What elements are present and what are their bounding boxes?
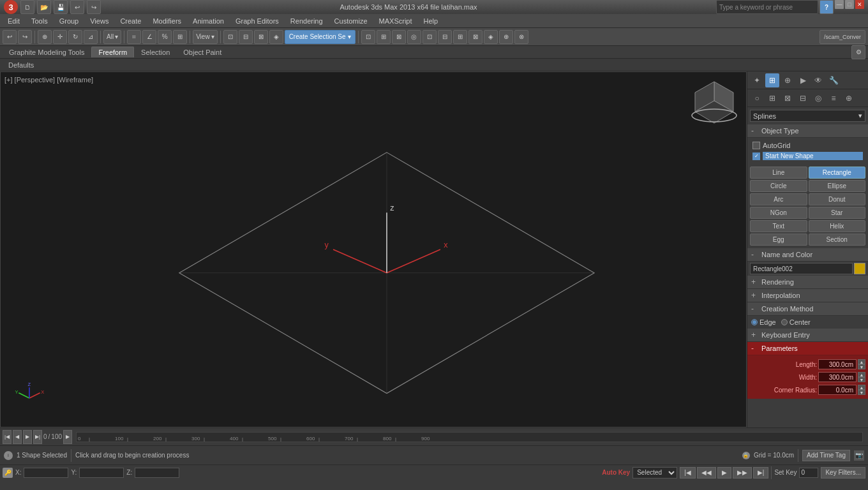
z-input[interactable]: [135, 468, 179, 478]
key-filters-btn[interactable]: Key Filters...: [821, 467, 865, 479]
select-btn[interactable]: ⊕: [38, 30, 52, 44]
ribbon-tab-freeform[interactable]: Freeform: [91, 47, 134, 57]
timeline-expand-btn[interactable]: ▶: [63, 430, 72, 444]
move-btn[interactable]: ✛: [53, 30, 67, 44]
x-input[interactable]: [24, 468, 68, 478]
panel-subicon-4[interactable]: ⊟: [796, 91, 810, 105]
tb-r10[interactable]: ⊕: [499, 30, 513, 44]
tb-r6[interactable]: ⊟: [438, 30, 452, 44]
panel-icon-modify[interactable]: ⊞: [765, 73, 779, 87]
panel-icon-utilities[interactable]: 🔧: [827, 73, 841, 87]
lock-icon[interactable]: 🔒: [742, 452, 750, 459]
select-filter-dropdown[interactable]: All ▾: [103, 30, 121, 44]
scam-convert-btn[interactable]: /scam_Conver: [819, 30, 865, 44]
panel-subicon-5[interactable]: ◎: [811, 91, 825, 105]
open-btn[interactable]: 📂: [37, 0, 51, 14]
panel-subicon-1[interactable]: ○: [750, 91, 764, 105]
tb-misc1[interactable]: ⊡: [223, 30, 237, 44]
shape-btn-egg[interactable]: Egg: [750, 234, 807, 246]
menu-create[interactable]: Create: [115, 16, 146, 26]
timeline-play-btn[interactable]: ▶: [23, 430, 32, 444]
width-input[interactable]: [818, 372, 857, 382]
play-btn[interactable]: ▶: [717, 467, 731, 479]
width-spinner-up[interactable]: ▲: [858, 372, 865, 377]
save-btn[interactable]: 💾: [54, 0, 68, 14]
timeline-next-btn[interactable]: ▶|: [33, 430, 42, 444]
undo-main-btn[interactable]: ↩: [70, 0, 84, 14]
prev-frame-btn[interactable]: ◀◀: [697, 467, 716, 479]
tb-r7[interactable]: ⊞: [453, 30, 467, 44]
timeline-start-btn[interactable]: |◀: [3, 430, 11, 444]
interpolation-header[interactable]: + Interpolation: [747, 289, 868, 302]
start-new-shape-label[interactable]: Start New Shape: [763, 152, 863, 160]
timeline-ruler[interactable]: 0 100 200 300 400 500 600 700 800 900: [76, 432, 863, 442]
shape-btn-donut[interactable]: Donut: [809, 193, 866, 205]
shape-btn-helix[interactable]: Helix: [809, 220, 866, 232]
set-key-input[interactable]: [799, 468, 818, 478]
timeline-prev-btn[interactable]: ◀: [13, 430, 22, 444]
tb-r5[interactable]: ⊡: [423, 30, 437, 44]
maximize-btn[interactable]: □: [845, 0, 854, 9]
ribbon-settings-btn[interactable]: ⚙: [851, 45, 865, 59]
redo-btn[interactable]: ↪: [18, 30, 32, 44]
menu-views[interactable]: Views: [85, 16, 114, 26]
tb-r2[interactable]: ⊞: [377, 30, 391, 44]
minimize-btn[interactable]: —: [835, 0, 844, 9]
shape-btn-section[interactable]: Section: [809, 234, 866, 246]
ribbon-tab-selection[interactable]: Selection: [135, 47, 176, 57]
menu-animation[interactable]: Animation: [188, 16, 229, 26]
spinner-snap-btn[interactable]: ⊞: [173, 30, 187, 44]
key-icon[interactable]: 🔑: [3, 468, 13, 478]
search-bar[interactable]: Type a keyword or phrase: [716, 0, 818, 14]
shape-btn-star[interactable]: Star: [809, 207, 866, 219]
shape-btn-arc[interactable]: Arc: [750, 193, 807, 205]
panel-subicon-2[interactable]: ⊞: [765, 91, 779, 105]
length-spinner-down[interactable]: ▼: [858, 364, 865, 369]
panel-icon-hierarchy[interactable]: ⊕: [781, 73, 795, 87]
autogrid-checkbox[interactable]: [752, 142, 760, 149]
view-dropdown[interactable]: View ▾: [193, 30, 218, 44]
rotate-btn[interactable]: ↻: [68, 30, 82, 44]
corner-radius-spinner-down[interactable]: ▼: [858, 390, 865, 395]
start-new-shape-checkbox[interactable]: ✓: [752, 152, 760, 160]
tb-r4[interactable]: ◎: [407, 30, 421, 44]
redo-main-btn[interactable]: ↪: [87, 0, 101, 14]
shape-btn-ngon[interactable]: NGon: [750, 207, 807, 219]
color-swatch[interactable]: [854, 263, 865, 274]
sub-ribbon-defaults[interactable]: Defaults: [3, 60, 40, 70]
tb-r9[interactable]: ◈: [484, 30, 498, 44]
viewport[interactable]: [+] [Perspective] [Wireframe] x y z: [0, 71, 747, 427]
radio-edge[interactable]: Edge: [751, 318, 776, 326]
tb-r1[interactable]: ⊡: [361, 30, 375, 44]
shape-btn-rectangle[interactable]: Rectangle: [809, 167, 866, 179]
tb-r11[interactable]: ⊗: [514, 30, 528, 44]
menu-customize[interactable]: Customize: [329, 16, 373, 26]
tb-r8[interactable]: ⊠: [468, 30, 483, 44]
rendering-header[interactable]: + Rendering: [747, 276, 868, 289]
ribbon-tab-objectpaint[interactable]: Object Paint: [177, 47, 228, 57]
radio-center[interactable]: Center: [781, 318, 811, 326]
menu-help[interactable]: Help: [419, 16, 444, 26]
menu-rendering[interactable]: Rendering: [285, 16, 328, 26]
category-dropdown[interactable]: Splines ▾: [750, 110, 865, 122]
menu-group[interactable]: Group: [54, 16, 84, 26]
corner-cube-gizmo[interactable]: [689, 78, 740, 130]
undo-btn[interactable]: ↩: [3, 30, 17, 44]
length-spinner-up[interactable]: ▲: [858, 359, 865, 364]
creation-method-header[interactable]: - Creation Method: [747, 302, 868, 316]
menu-tools[interactable]: Tools: [26, 16, 53, 26]
tb-misc2[interactable]: ⊟: [239, 30, 253, 44]
shape-btn-ellipse[interactable]: Ellipse: [809, 180, 866, 192]
shape-btn-circle[interactable]: Circle: [750, 180, 807, 192]
width-spinner-down[interactable]: ▼: [858, 377, 865, 382]
y-input[interactable]: [79, 468, 124, 478]
autokey-dropdown[interactable]: Selected: [632, 467, 677, 479]
help-icon[interactable]: ?: [819, 0, 834, 14]
object-name-input[interactable]: [750, 263, 853, 274]
tb-misc4[interactable]: ◈: [269, 30, 283, 44]
shape-btn-line[interactable]: Line: [750, 167, 807, 179]
percent-snap-btn[interactable]: %: [158, 30, 172, 44]
tb-misc3[interactable]: ⊠: [254, 30, 268, 44]
next-frame-btn[interactable]: ▶▶: [733, 467, 752, 479]
shape-btn-text[interactable]: Text: [750, 220, 807, 232]
